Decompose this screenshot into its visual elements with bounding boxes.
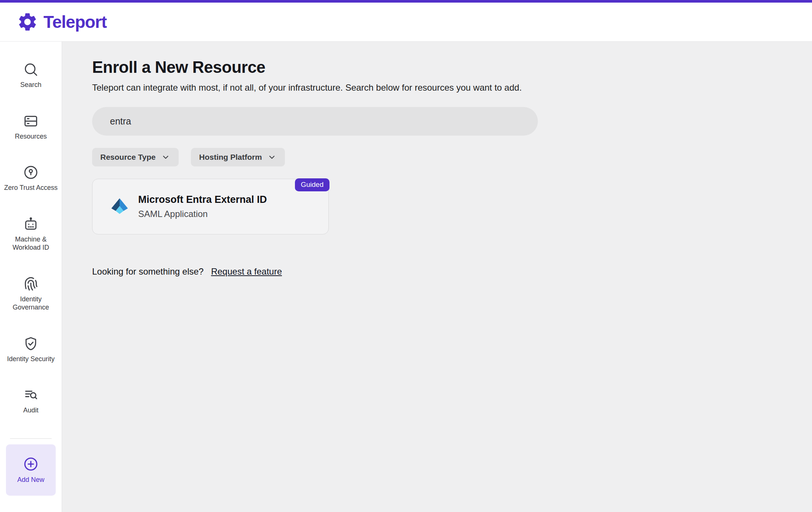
server-icon	[23, 113, 39, 129]
resource-type-filter-button[interactable]: Resource Type	[92, 148, 179, 166]
sidebar-item-label: Zero Trust Access	[4, 184, 58, 192]
sidebar-item-zero-trust-access[interactable]: Zero Trust Access	[3, 164, 59, 192]
teleport-logo[interactable]: Teleport	[17, 11, 107, 33]
sidebar-item-label: Identity Security	[7, 355, 55, 363]
gear-logo-icon	[17, 11, 38, 33]
hosting-platform-filter-label: Hosting Platform	[199, 153, 262, 162]
resource-card-text: Microsoft Entra External ID SAML Applica…	[138, 194, 267, 219]
add-new-label: Add New	[17, 476, 44, 484]
hosting-platform-filter-button[interactable]: Hosting Platform	[191, 148, 285, 166]
sidebar-item-label: Identity Governance	[3, 295, 59, 312]
sidebar-item-label: Resources	[15, 132, 47, 141]
lock-circle-icon	[23, 164, 39, 181]
request-a-feature-link[interactable]: Request a feature	[211, 266, 282, 277]
feature-request-prompt: Looking for something else?	[92, 266, 204, 277]
shield-check-icon	[23, 336, 39, 352]
guided-badge: Guided	[295, 178, 329, 191]
chevron-down-icon	[161, 152, 170, 162]
fingerprint-icon	[23, 276, 39, 292]
resource-card-subtitle: SAML Application	[138, 209, 267, 219]
chevron-down-icon	[267, 152, 277, 162]
sidebar-item-add-new[interactable]: Add New	[6, 444, 56, 496]
resource-search-input[interactable]	[92, 107, 538, 136]
list-search-icon	[23, 387, 39, 403]
search-icon	[23, 61, 39, 78]
app-header: Teleport	[0, 3, 812, 42]
top-accent-bar	[0, 0, 812, 3]
filter-row: Resource Type Hosting Platform	[92, 148, 790, 166]
resource-card-microsoft-entra-external-id[interactable]: Guided Microsoft Entra External ID SAML …	[92, 179, 329, 234]
brand-wordmark: Teleport	[43, 12, 107, 32]
resource-type-filter-label: Resource Type	[100, 153, 156, 162]
sidebar-item-machine-workload-id[interactable]: Machine & Workload ID	[3, 216, 59, 252]
plus-circle-icon	[23, 456, 39, 472]
sidebar-divider	[10, 438, 52, 439]
sidebar-item-identity-security[interactable]: Identity Security	[3, 336, 59, 363]
page-title: Enroll a New Resource	[92, 58, 790, 77]
page-subtitle: Teleport can integrate with most, if not…	[92, 82, 790, 93]
microsoft-entra-icon	[109, 196, 130, 217]
feature-request-row: Looking for something else? Request a fe…	[92, 266, 790, 277]
sidebar-nav: Search Resources Zero Tru	[0, 42, 62, 512]
resource-card-title: Microsoft Entra External ID	[138, 194, 267, 205]
sidebar-item-label: Machine & Workload ID	[3, 235, 59, 252]
sidebar-item-label: Audit	[23, 406, 38, 415]
sidebar-item-identity-governance[interactable]: Identity Governance	[3, 276, 59, 312]
robot-icon	[23, 216, 39, 232]
sidebar-item-label: Search	[20, 81, 41, 89]
sidebar-item-audit[interactable]: Audit	[3, 387, 59, 415]
sidebar-item-search[interactable]: Search	[3, 61, 59, 89]
sidebar-item-resources[interactable]: Resources	[3, 113, 59, 141]
main-content: Enroll a New Resource Teleport can integ…	[62, 42, 812, 512]
